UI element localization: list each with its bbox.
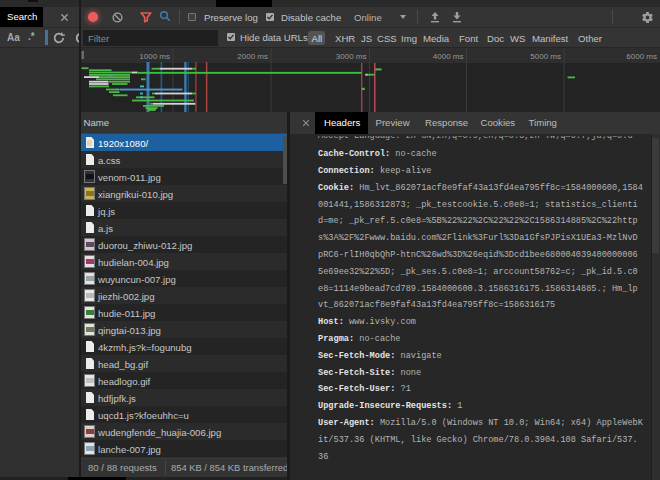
- svg-text:6000 ms: 6000 ms: [626, 52, 657, 61]
- svg-text:4000 ms: 4000 ms: [433, 52, 464, 61]
- svg-text:2000 ms: 2000 ms: [237, 52, 268, 61]
- svg-text:1000 ms: 1000 ms: [139, 52, 170, 61]
- svg-text:5000 ms: 5000 ms: [530, 52, 561, 61]
- svg-text:3000 ms: 3000 ms: [336, 52, 367, 61]
